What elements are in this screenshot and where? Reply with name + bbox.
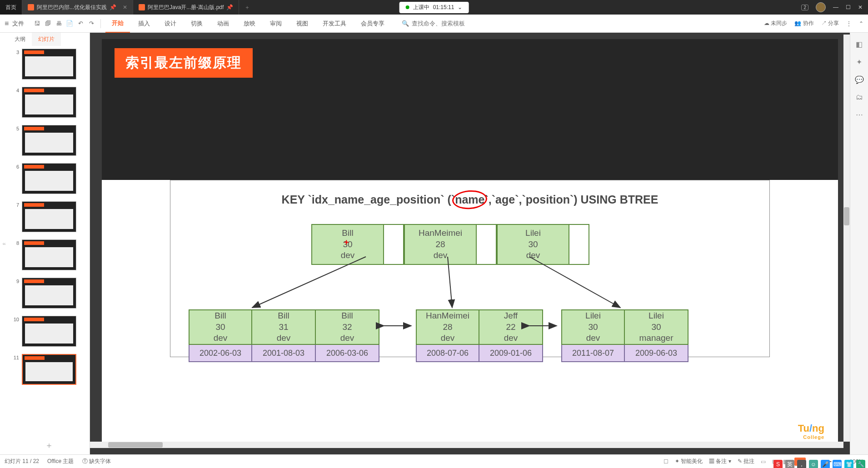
ribbon-tab-design[interactable]: 设计 — [158, 15, 183, 33]
new-tab-button[interactable]: ＋ — [239, 4, 255, 11]
thumbnail-9[interactable]: 9 — [12, 278, 86, 309]
root-node: HanMeimei28dev — [404, 224, 477, 265]
slide-canvas[interactable]: 索引最左前缀原理 KEY `idx_name_age_position` (`n… — [102, 39, 838, 448]
print-icon[interactable]: 🖶 — [54, 19, 63, 28]
horizontal-scrollbar[interactable] — [90, 442, 843, 448]
slide-counter: 幻灯片 11 / 22 — [5, 458, 39, 465]
document-tab-1[interactable]: 阿里巴巴内部...优化最佳实践 📌 ✕ — [22, 0, 133, 15]
ribbon-tab-member[interactable]: 会员专享 — [354, 15, 391, 33]
date-cell: 2002-06-03 — [189, 345, 252, 362]
collapse-ribbon-icon[interactable]: ⌃ — [859, 20, 863, 27]
system-tray: S 英 ， ☺ 🎤 ⌨ 👕 🔧 — [773, 460, 865, 468]
leaf-node: Bill32dev — [316, 309, 379, 345]
date-cell: 2008-07-06 — [416, 345, 479, 362]
logo: Tu/ng College — [798, 423, 824, 440]
pdf-icon — [139, 4, 145, 10]
tab-pin-icon[interactable]: 📌 — [110, 4, 116, 10]
tool-comment-icon[interactable]: 💬 — [855, 75, 864, 84]
ribbon-tab-view[interactable]: 视图 — [290, 15, 314, 33]
leaf-group: Bill30devBill31devBill32dev2002-06-03200… — [189, 309, 379, 362]
leaf-node: HanMeimei28dev — [416, 309, 479, 345]
thumbnail-5[interactable]: 5 — [12, 125, 86, 156]
ribbon-tab-start[interactable]: 开始 — [105, 15, 130, 33]
home-tab[interactable]: 首页 — [0, 0, 22, 15]
thumbnail-10[interactable]: 10 — [12, 316, 86, 347]
tab-close-icon[interactable]: ✕ — [123, 4, 127, 10]
save-icon[interactable]: 🖫 — [32, 19, 41, 28]
chevron-down-icon[interactable]: ⌄ — [458, 4, 462, 10]
date-cell: 2011-08-07 — [561, 345, 625, 362]
leaf-group: HanMeimei28devJeff22dev2008-07-062009-01… — [416, 309, 543, 362]
ribbon-tab-slideshow[interactable]: 放映 — [237, 15, 262, 33]
ribbon-tab-transition[interactable]: 切换 — [185, 15, 209, 33]
maximize-button[interactable]: ☐ — [846, 4, 851, 10]
slides-tab[interactable]: 幻灯片 — [32, 33, 61, 46]
thumbnail-3[interactable]: 3 — [12, 49, 86, 80]
thumbnail-4[interactable]: 4 — [12, 87, 86, 118]
right-tool-rail: ◧ ✦ 💬 🗂 ⋯ — [850, 33, 868, 454]
ribbon-tab-review[interactable]: 审阅 — [264, 15, 288, 33]
share-button[interactable]: ↗ 分享 — [821, 20, 839, 27]
view-normal-icon[interactable]: ▭ — [761, 458, 766, 465]
root-node: Lilei30dev — [497, 224, 569, 265]
menu-icon[interactable]: ≡ — [5, 20, 9, 28]
search-input[interactable] — [412, 20, 475, 27]
leaf-node: Bill31dev — [252, 309, 316, 345]
date-cell: 2009-01-06 — [479, 345, 543, 362]
vertical-scrollbar[interactable] — [843, 35, 850, 442]
redo-icon[interactable]: ↷ — [87, 19, 96, 28]
minimize-button[interactable]: — — [833, 4, 838, 10]
tray-keyboard-icon[interactable]: ⌨ — [833, 460, 842, 468]
notification-badge[interactable]: 2 — [801, 5, 808, 10]
tray-wrench-icon[interactable]: 🔧 — [856, 460, 865, 468]
tool-magic-icon[interactable]: ✦ — [856, 58, 862, 66]
tab-pin-icon[interactable]: 📌 — [226, 4, 233, 10]
ribbon-tab-animation[interactable]: 动画 — [211, 15, 235, 33]
recording-indicator[interactable]: 上课中 01:15:11 ⌄ — [399, 2, 469, 13]
thumbnail-11[interactable]: 11 — [12, 354, 86, 385]
tray-punct-icon[interactable]: ， — [797, 460, 806, 468]
file-menu[interactable]: 文件 — [12, 20, 24, 28]
tool-more-icon[interactable]: ⋯ — [856, 110, 863, 119]
leaf-node: Lilei30manager — [625, 309, 688, 345]
print-preview-icon[interactable]: 📄 — [65, 19, 74, 28]
outline-tab[interactable]: 大纲 — [8, 33, 32, 46]
date-cell: 2001-08-03 — [252, 345, 316, 362]
tool-design-icon[interactable]: ◧ — [856, 40, 863, 49]
tray-smile-icon[interactable]: ☺ — [809, 460, 818, 468]
collab-button[interactable]: 👥 协作 — [794, 20, 813, 27]
command-search[interactable]: 🔍 — [402, 20, 475, 27]
thumbnail-panel: 大纲 幻灯片 34567891011 ＋ — [8, 33, 90, 454]
screenshot-icon[interactable]: ☐ — [663, 458, 668, 465]
undo-icon[interactable]: ↶ — [76, 19, 85, 28]
tray-shirt-icon[interactable]: 👕 — [844, 460, 853, 468]
collapse-panel-button[interactable]: ‹‹ — [0, 33, 8, 454]
user-avatar[interactable] — [816, 2, 826, 12]
presentation-icon — [28, 4, 34, 10]
ribbon-tab-developer[interactable]: 开发工具 — [316, 15, 353, 33]
thumbnail-6[interactable]: 6 — [12, 163, 86, 194]
comments-button[interactable]: ✎ 批注 — [738, 458, 754, 465]
close-button[interactable]: ✕ — [858, 4, 863, 10]
ime-lang-icon[interactable]: 英 — [785, 460, 794, 468]
missing-font-warning[interactable]: Ⓣ 缺失字体 — [82, 458, 111, 465]
beautify-button[interactable]: ✦ 智能美化 — [675, 458, 703, 465]
tool-material-icon[interactable]: 🗂 — [856, 93, 863, 101]
title-bar: 首页 阿里巴巴内部...优化最佳实践 📌 ✕ 阿里巴巴Java开...册-嵩山版… — [0, 0, 868, 15]
save-as-icon[interactable]: 🗐 — [43, 19, 52, 28]
thumbnail-8[interactable]: 8 — [12, 239, 86, 270]
leaf-node: Jeff22dev — [479, 309, 543, 345]
search-icon: 🔍 — [402, 20, 409, 27]
document-tab-2[interactable]: 阿里巴巴Java开...册-嵩山版.pdf 📌 — [133, 0, 239, 15]
thumbnail-7[interactable]: 7 — [12, 201, 86, 232]
tray-mic-icon[interactable]: 🎤 — [821, 460, 830, 468]
recording-dot-icon — [406, 5, 409, 9]
sync-status[interactable]: ☁ 未同步 — [764, 20, 787, 27]
ribbon-tab-insert[interactable]: 插入 — [132, 15, 156, 33]
add-slide-button[interactable]: ＋ — [8, 436, 90, 454]
ribbon-bar: ≡ 文件 🖫 🗐 🖶 📄 ↶ ↷ 开始 插入 设计 切换 动画 放映 审阅 视图… — [0, 15, 868, 33]
notes-button[interactable]: ☰ 备注 ▾ — [709, 458, 731, 465]
more-icon[interactable]: ⋮ — [846, 20, 852, 27]
ime-sogou-icon[interactable]: S — [773, 460, 783, 468]
sql-key-line: KEY `idx_name_age_position` (`name`,`age… — [170, 193, 769, 206]
